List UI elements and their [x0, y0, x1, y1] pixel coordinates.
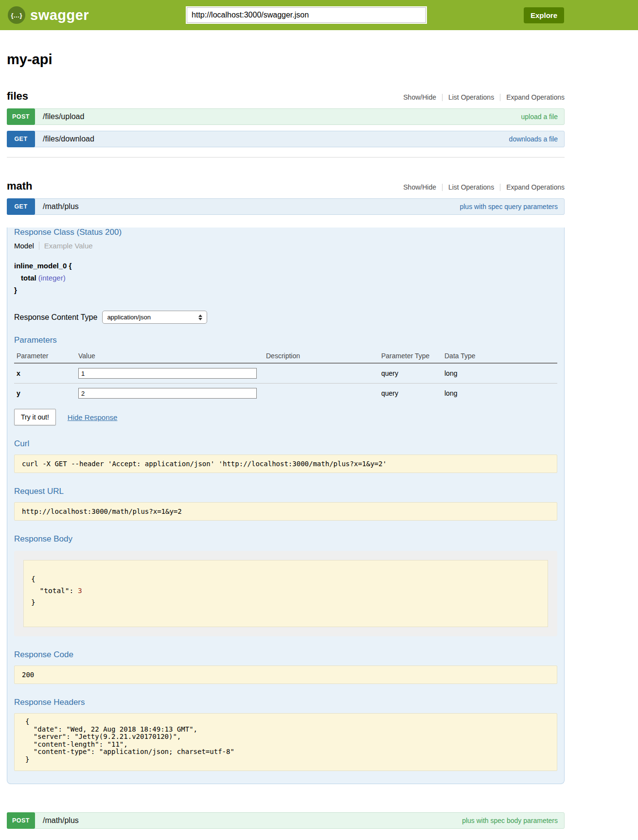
parameters-table: Parameter Value Description Parameter Ty… [14, 349, 557, 403]
op-summary[interactable]: plus with spec query parameters [460, 203, 558, 210]
files-list-operations-link[interactable]: List Operations [448, 93, 494, 101]
math-section-header: math Show/Hide List Operations Expand Op… [7, 180, 565, 192]
model-signature: inline_model_0 { total (integer) } [14, 260, 557, 296]
json-open-brace: { [31, 575, 35, 583]
op-path[interactable]: /math/plus [43, 202, 79, 211]
param-type: query [379, 363, 442, 384]
get-math-plus-expanded-panel: Response Class (Status 200) Model Exampl… [7, 228, 565, 784]
param-row-y: y query long [14, 384, 557, 403]
response-body-box: { "total": 3 } [23, 560, 548, 627]
json-close-brace: } [31, 598, 35, 606]
op-row-get-math-plus[interactable]: GET /math/plus plus with spec query para… [7, 198, 565, 215]
param-name: y [14, 384, 76, 403]
response-code-box: 200 [14, 665, 557, 684]
math-expand-operations-link[interactable]: Expand Operations [506, 183, 565, 191]
param-data-type: long [442, 384, 557, 403]
separator [442, 184, 443, 191]
param-name: x [14, 363, 76, 384]
get-method-badge: GET [7, 131, 35, 147]
section-divider [7, 157, 565, 158]
param-row-x: x query long [14, 363, 557, 384]
response-content-type-select[interactable]: application/json [102, 311, 207, 324]
files-section-header: files Show/Hide List Operations Expand O… [7, 90, 565, 103]
model-prop-name: total [21, 274, 36, 282]
col-header-parameter-type: Parameter Type [379, 349, 442, 363]
parameters-title: Parameters [14, 335, 557, 345]
col-header-parameter: Parameter [14, 349, 76, 363]
param-data-type: long [442, 363, 557, 384]
response-class-title: Response Class (Status 200) [14, 228, 557, 237]
get-method-badge: GET [7, 198, 35, 215]
math-section-title: math [7, 180, 33, 192]
math-show-hide-link[interactable]: Show/Hide [403, 183, 436, 191]
header-bar: {…} swagger Explore [0, 0, 638, 30]
model-open: inline_model_0 { [14, 260, 557, 272]
op-row-post-files-upload[interactable]: POST /files/upload upload a file [7, 108, 565, 125]
response-code-title: Response Code [14, 650, 557, 660]
swagger-logo[interactable]: {…} swagger [8, 6, 89, 24]
json-value-total: 3 [78, 587, 82, 595]
col-header-value: Value [76, 349, 264, 363]
op-row-post-math-plus[interactable]: POST /math/plus plus with spec body para… [7, 812, 565, 829]
select-arrows-icon [198, 315, 202, 320]
col-header-description: Description [264, 349, 379, 363]
op-row-get-files-download[interactable]: GET /files/download downloads a file [7, 131, 565, 147]
separator [500, 184, 500, 191]
response-headers-title: Response Headers [14, 698, 557, 707]
param-description [264, 363, 379, 384]
model-prop-type: (integer) [38, 274, 66, 282]
op-summary[interactable]: plus with spec body parameters [462, 817, 558, 824]
explore-button[interactable]: Explore [524, 7, 564, 23]
tab-model[interactable]: Model [14, 242, 39, 250]
response-headers-json: { "date": "Wed, 22 Aug 2018 18:49:13 GMT… [25, 718, 549, 763]
model-close: } [14, 284, 557, 296]
op-path[interactable]: /files/download [43, 135, 94, 143]
op-summary[interactable]: upload a file [521, 113, 558, 121]
swagger-logo-text: swagger [30, 7, 89, 23]
curl-command-box: curl -X GET --header 'Accept: applicatio… [14, 455, 557, 473]
hide-response-link[interactable]: Hide Response [68, 413, 118, 421]
response-headers-box: { "date": "Wed, 22 Aug 2018 18:49:13 GMT… [14, 713, 557, 771]
request-url-title: Request URL [14, 487, 557, 496]
op-summary[interactable]: downloads a file [509, 135, 558, 143]
model-tabs: Model Example Value [14, 242, 557, 250]
swagger-braces-icon: {…} [8, 6, 25, 24]
selected-content-type: application/json [107, 314, 151, 321]
post-method-badge: POST [7, 812, 35, 829]
curl-title: Curl [14, 439, 557, 449]
separator [500, 94, 500, 101]
files-section-title: files [7, 90, 28, 103]
op-path[interactable]: /math/plus [43, 816, 79, 825]
separator [442, 94, 443, 101]
request-url-box: http://localhost:3000/math/plus?x=1&y=2 [14, 502, 557, 521]
col-header-data-type: Data Type [442, 349, 557, 363]
response-body-container: { "total": 3 } [14, 551, 557, 636]
response-content-type-row: Response Content Type application/json [14, 311, 557, 324]
param-description [264, 384, 379, 403]
op-path[interactable]: /files/upload [43, 112, 84, 121]
math-list-operations-link[interactable]: List Operations [448, 183, 494, 191]
param-x-input[interactable] [78, 368, 257, 379]
tab-example-value[interactable]: Example Value [39, 242, 93, 250]
post-method-badge: POST [7, 108, 35, 125]
files-expand-operations-link[interactable]: Expand Operations [506, 93, 565, 101]
param-y-input[interactable] [78, 388, 257, 399]
api-title: my-api [7, 52, 565, 68]
response-body-title: Response Body [14, 534, 557, 544]
model-property: total (integer) [14, 272, 557, 284]
try-it-out-button[interactable]: Try it out! [14, 409, 56, 425]
files-show-hide-link[interactable]: Show/Hide [403, 93, 436, 101]
param-type: query [379, 384, 442, 403]
spec-url-input[interactable] [187, 7, 426, 23]
json-key-total: "total": [31, 587, 78, 595]
response-content-type-label: Response Content Type [14, 313, 97, 322]
